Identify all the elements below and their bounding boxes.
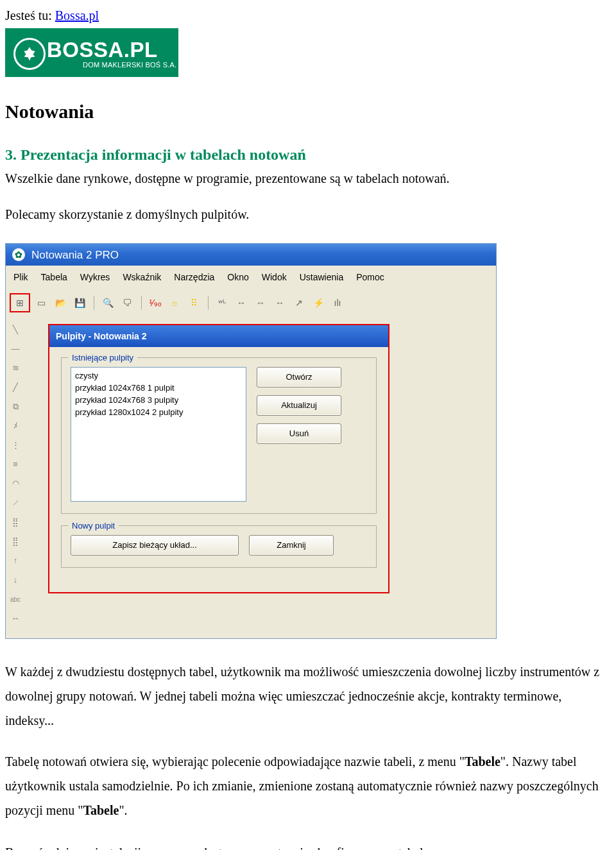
sun-icon[interactable]: ☼	[166, 295, 183, 310]
app-menubar: Plik Tabela Wykres Wskaźnik Narzędzia Ok…	[6, 266, 496, 290]
save-layout-button[interactable]: Zapisz bieżący układ...	[71, 535, 239, 556]
dots-tool-icon[interactable]: ⋮	[8, 439, 22, 452]
separator-icon	[205, 295, 211, 310]
grid2-icon[interactable]: ⠿	[185, 295, 202, 310]
arc-tool-icon[interactable]: ◠	[8, 478, 22, 491]
toolbar-pulpity-highlight: ⊞	[10, 293, 30, 312]
open-button[interactable]: Otwórz	[257, 367, 341, 387]
wl-icon[interactable]: ʷᴸ	[214, 295, 230, 310]
wave-tool-icon[interactable]: ≋	[8, 362, 22, 375]
group-new-legend: Nowy pulpit	[68, 520, 119, 533]
group-new: Nowy pulpit Zapisz bieżący układ... Zamk…	[61, 525, 377, 568]
list-item[interactable]: czysty	[75, 370, 242, 382]
text-fragment: ".	[119, 803, 127, 817]
close-button[interactable]: Zamknij	[249, 535, 334, 556]
menu-wskaznik[interactable]: Wskaźnik	[123, 270, 161, 284]
bars-icon[interactable]: ılı	[329, 295, 346, 310]
section-heading: 3. Prezentacja informacji w tabelach not…	[5, 142, 611, 167]
list-item[interactable]: przykład 1024x768 3 pulpity	[75, 395, 242, 407]
body-paragraph-2: Tabelę notowań otwiera się, wybierając p…	[5, 749, 611, 822]
menu-pomoc[interactable]: Pomoc	[356, 270, 384, 284]
menu-wykres[interactable]: Wykres	[80, 270, 110, 284]
app-toolbar-left: ╲ — ≋ ╱ ⧉ ﾒ ⋮ ≡ ◠ ⟋ ⣿ ⣿ ↑ ↓ abc ↔	[6, 318, 25, 629]
breadcrumb-label: Jesteś tu:	[5, 8, 55, 22]
new-icon[interactable]: ▭	[33, 295, 49, 310]
hline-tool-icon[interactable]: —	[8, 343, 22, 356]
app-title: Notowania 2 PRO	[31, 246, 119, 264]
menu-okno[interactable]: Okno	[227, 270, 248, 284]
menu-widok[interactable]: Widok	[262, 270, 287, 284]
grid-icon[interactable]: ⊞	[12, 295, 28, 310]
app-toolbar-top: ⊞ ▭ 📂 💾 🔍 🗨 ¹⁄₉₀ ☼ ⠿ ʷᴸ ↔ ↔ ↔ ↗ ⚡ ılı	[6, 291, 496, 318]
zoom-icon[interactable]: 🔍	[99, 295, 116, 310]
block2-tool-icon[interactable]: ⣿	[8, 536, 22, 548]
bold-tabele: Tabele	[465, 754, 501, 769]
arrows1-icon[interactable]: ↔	[233, 295, 250, 310]
menu-narzedzia[interactable]: Narzędzia	[174, 270, 214, 284]
pulpity-listbox[interactable]: czysty przykład 1024x768 1 pulpit przykł…	[71, 367, 246, 502]
down-arrow-icon[interactable]: ↓	[8, 574, 22, 587]
logo: BOSSA.PL DOM MAKLERSKI BOŚ S.A.	[5, 28, 178, 77]
arrows2-icon[interactable]: ↔	[252, 295, 269, 310]
block1-tool-icon[interactable]: ⣿	[8, 516, 22, 529]
menu-plik[interactable]: Plik	[13, 270, 28, 284]
app-window: ✿ Notowania 2 PRO Plik Tabela Wykres Wsk…	[5, 243, 497, 638]
intro-paragraph: Wszelkie dane rynkowe, dostępne w progra…	[5, 169, 611, 188]
text-tool-icon[interactable]: abc	[8, 593, 22, 606]
app-titlebar: ✿ Notowania 2 PRO	[6, 244, 496, 266]
group-existing-legend: Istniejące pulpity	[68, 352, 137, 365]
fib-tool-icon[interactable]: ⟋	[8, 497, 22, 510]
line-tool-icon[interactable]: ╲	[8, 324, 22, 337]
candle-icon[interactable]: ⚡	[310, 295, 327, 310]
body-paragraph-1: W każdej z dwudziestu dostępnych tabel, …	[5, 659, 611, 733]
dialog-pulpity: Pulpity - Notowania 2 Istniejące pulpity…	[48, 324, 389, 593]
app-icon: ✿	[12, 248, 25, 261]
breadcrumb-link[interactable]: Bossa.pl	[55, 8, 99, 22]
slash-tool-icon[interactable]: ╱	[8, 382, 22, 395]
menu-tabela[interactable]: Tabela	[41, 270, 67, 284]
save-icon[interactable]: 💾	[71, 295, 88, 310]
group-existing: Istniejące pulpity czysty przykład 1024x…	[61, 357, 377, 514]
rect-tool-icon[interactable]: ⧉	[8, 401, 22, 414]
tick-icon[interactable]: ¹⁄₉₀	[147, 295, 164, 310]
list-item[interactable]: przykład 1280x1024 2 pulpity	[75, 407, 242, 419]
speech-icon[interactable]: 🗨	[119, 295, 135, 310]
logo-leaf-icon	[13, 38, 46, 70]
menu-ustawienia[interactable]: Ustawienia	[300, 270, 343, 284]
separator-icon	[90, 295, 97, 310]
move-tool-icon[interactable]: ↔	[8, 613, 22, 625]
recommend-paragraph: Polecamy skorzystanie z domyślnych pulpi…	[5, 202, 611, 226]
breadcrumb: Jesteś tu: Bossa.pl	[5, 5, 611, 26]
page-title: Notowania	[5, 96, 611, 127]
dialog-title: Pulpity - Notowania 2	[49, 325, 388, 347]
bold-tabele: Tabele	[83, 803, 119, 817]
separator-icon	[138, 295, 144, 310]
up-arrow-icon[interactable]: ↑	[8, 555, 22, 568]
body-paragraph-3: Bezpośrednio po instalacji programu, dos…	[5, 840, 611, 850]
arrows3-icon[interactable]: ↔	[271, 295, 288, 310]
lines-tool-icon[interactable]: ≡	[8, 459, 22, 472]
update-button[interactable]: Aktualizuj	[257, 395, 341, 416]
open-icon[interactable]: 📂	[52, 295, 69, 310]
list-item[interactable]: przykład 1024x768 1 pulpit	[75, 382, 242, 395]
cross-tool-icon[interactable]: ﾒ	[8, 420, 22, 433]
logo-subtext: DOM MAKLERSKI BOŚ S.A.	[83, 60, 176, 71]
text-fragment: Tabelę notowań otwiera się, wybierając p…	[5, 754, 465, 769]
trend-icon[interactable]: ↗	[291, 295, 307, 310]
delete-button[interactable]: Usuń	[257, 423, 341, 444]
